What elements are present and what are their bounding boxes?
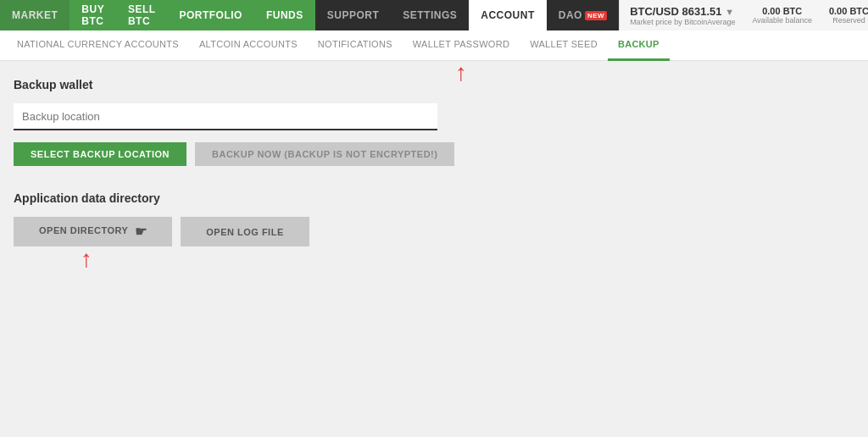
backup-wallet-title: Backup wallet: [14, 78, 854, 91]
backup-location-input[interactable]: [14, 103, 437, 130]
nav-funds[interactable]: FUNDS: [254, 0, 315, 30]
price-bar: BTC/USD 8631.51 ▼ Market price by Bitcoi…: [619, 0, 868, 30]
nav-market[interactable]: MARKET: [0, 0, 70, 30]
app-data-dir-title: Application data directory: [14, 191, 854, 205]
subnav-backup[interactable]: BACKUP: [608, 30, 670, 61]
open-directory-button[interactable]: OPEN DIRECTORY ☛: [14, 217, 172, 246]
nav-sell-btc[interactable]: SELL BTC: [116, 0, 167, 30]
directory-btn-row: OPEN DIRECTORY ☛ OPEN LOG FILE: [14, 217, 854, 246]
available-balance: 0.00 BTC Available balance: [753, 6, 812, 25]
subnav-notifications[interactable]: NOTIFICATIONS: [308, 30, 403, 61]
open-log-file-button[interactable]: OPEN LOG FILE: [181, 217, 309, 246]
main-content: ↑ Backup wallet SELECT BACKUP LOCATION B…: [0, 61, 868, 437]
reserved-balance: 0.00 BTC Reserved: [829, 6, 868, 25]
top-nav: MARKET BUY BTC SELL BTC PORTFOLIO FUNDS …: [0, 0, 868, 30]
new-badge: NEW: [585, 11, 607, 20]
nav-settings[interactable]: Settings: [391, 0, 469, 30]
subnav-wallet-password[interactable]: WALLET PASSWORD: [403, 30, 520, 61]
subnav-wallet-seed[interactable]: WALLET SEED: [520, 30, 608, 61]
nav-account[interactable]: Account: [469, 0, 547, 30]
subnav-national[interactable]: NATIONAL CURRENCY ACCOUNTS: [7, 30, 189, 61]
price-arrow: ▼: [725, 7, 734, 17]
price-label: Market price by BitcoinAverage: [630, 18, 735, 26]
subnav-altcoin[interactable]: ALTCOIN ACCOUNTS: [189, 30, 308, 61]
select-backup-location-button[interactable]: SELECT BACKUP LOCATION: [14, 142, 186, 166]
backup-now-button[interactable]: BACKUP NOW (BACKUP IS NOT ENCRYPTED!): [195, 142, 454, 166]
cursor-icon: ☛: [135, 224, 147, 240]
red-arrow-bottom-icon: ↑: [81, 247, 92, 271]
sub-nav: NATIONAL CURRENCY ACCOUNTS ALTCOIN ACCOU…: [0, 30, 868, 61]
nav-dao[interactable]: DAO NEW: [547, 0, 619, 30]
nav-buy-btc[interactable]: BUY BTC: [70, 0, 116, 30]
nav-support[interactable]: Support: [315, 0, 392, 30]
price-main: BTC/USD 8631.51 ▼ Market price by Bitcoi…: [630, 5, 735, 26]
nav-portfolio[interactable]: PORTFOLIO: [167, 0, 254, 30]
directory-section: Application data directory OPEN DIRECTOR…: [14, 191, 854, 246]
backup-btn-row: SELECT BACKUP LOCATION BACKUP NOW (BACKU…: [14, 142, 854, 166]
price-value: BTC/USD 8631.51 ▼: [630, 5, 735, 18]
